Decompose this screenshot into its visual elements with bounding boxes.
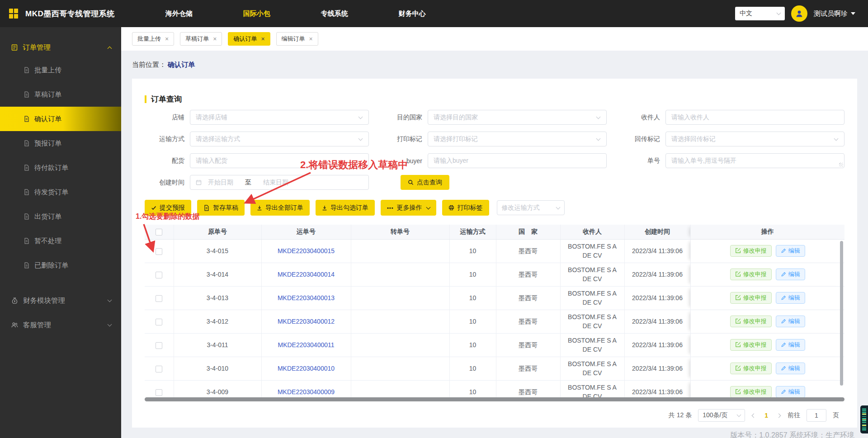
sidebar-item-2[interactable]: 草稿订单: [0, 82, 121, 107]
toolbar-button-3[interactable]: 导出全部订单: [250, 200, 310, 216]
order-list-icon: [11, 44, 18, 51]
edit-button[interactable]: 编辑: [776, 386, 805, 397]
buyer-input[interactable]: 请输入buyer: [428, 153, 607, 168]
tracking-no-link[interactable]: MKDE22030400012: [278, 318, 335, 325]
order-no-textarea[interactable]: 请输入单号,用逗号隔开: [665, 153, 844, 168]
end-date-input[interactable]: 结束日期: [263, 179, 363, 187]
nav-item-2[interactable]: 国际小包: [243, 9, 270, 18]
edit-button[interactable]: 编辑: [776, 268, 805, 280]
tab-3[interactable]: 确认订单×: [228, 32, 270, 46]
goto-page-input[interactable]: [807, 409, 826, 422]
row-checkbox[interactable]: [156, 342, 162, 349]
modify-declare-button[interactable]: 修改申报: [730, 363, 772, 374]
sidebar-group-order-management[interactable]: 订单管理: [0, 37, 121, 58]
edit-button[interactable]: 编辑: [776, 245, 805, 257]
sidebar-item-label: 草稿订单: [34, 90, 61, 99]
receiver-input[interactable]: 请输入收件人: [665, 110, 844, 125]
edit-button[interactable]: 编辑: [776, 363, 805, 374]
toolbar: 提交预报暂存草稿导出全部订单导出勾选订单•••更多操作打印标签 修改运输方式: [145, 200, 844, 216]
sidebar-item-label: 出货订单: [34, 212, 61, 221]
modify-declare-button[interactable]: 修改申报: [730, 386, 772, 397]
placeholder-text: 请输入buyer: [434, 157, 601, 165]
row-select-cell: [145, 357, 174, 380]
row-checkbox[interactable]: [156, 272, 162, 278]
nav-item-1[interactable]: 海外仓储: [165, 9, 193, 18]
start-date-input[interactable]: 开始日期: [208, 179, 233, 187]
modify-declare-button[interactable]: 修改申报: [730, 292, 772, 304]
toolbar-button-5[interactable]: •••更多操作: [381, 200, 436, 216]
app-logo-grid-icon[interactable]: [9, 9, 18, 19]
edit-button[interactable]: 编辑: [776, 339, 805, 351]
sidebar-item-9[interactable]: 已删除订单: [0, 253, 121, 278]
sidebar-item-6[interactable]: 待发货订单: [0, 180, 121, 204]
modify-declare-button[interactable]: 修改申报: [730, 268, 772, 280]
sidebar-group-3[interactable]: 客服管理: [0, 313, 121, 337]
shop-select[interactable]: 请选择店铺: [190, 110, 369, 125]
edit-button[interactable]: 编辑: [776, 292, 805, 304]
next-page-button[interactable]: [776, 414, 781, 417]
modify-declare-button[interactable]: 修改申报: [730, 316, 772, 327]
tracking-no-link[interactable]: MKDE22030400014: [278, 271, 335, 278]
row-checkbox[interactable]: [156, 389, 162, 396]
user-menu[interactable]: 测试员啊珍: [814, 9, 855, 18]
nav-item-3[interactable]: 专线系统: [321, 9, 348, 18]
resize-handle-icon[interactable]: [839, 163, 843, 167]
tab-2[interactable]: 草稿订单×: [180, 32, 222, 46]
edit-square-icon: [735, 271, 741, 277]
sidebar-item-label: 待发货订单: [34, 188, 68, 197]
print-mark-select[interactable]: 请选择打印标记: [428, 132, 607, 146]
prev-page-button[interactable]: [751, 414, 756, 417]
close-icon[interactable]: ×: [165, 36, 169, 42]
select-all-checkbox[interactable]: [156, 229, 162, 235]
sidebar-item-8[interactable]: 暂不处理: [0, 229, 121, 253]
avatar[interactable]: [791, 5, 807, 22]
pen-icon: [781, 389, 786, 395]
sidebar-item-4[interactable]: 预报订单: [0, 131, 121, 155]
transport-mode-cell: 10: [449, 310, 496, 333]
row-checkbox[interactable]: [156, 366, 162, 372]
language-select[interactable]: 中文: [735, 7, 785, 20]
search-button[interactable]: 点击查询: [401, 175, 449, 190]
toolbar-button-6[interactable]: 打印标签: [442, 200, 489, 216]
modify-declare-button[interactable]: 修改申报: [730, 339, 772, 351]
horizontal-scrollbar[interactable]: [145, 397, 844, 401]
created-time-range-picker[interactable]: 开始日期 至 结束日期: [190, 175, 369, 190]
row-checkbox[interactable]: [156, 295, 162, 302]
floating-widget[interactable]: [860, 405, 868, 433]
pen-icon: [781, 272, 786, 277]
sidebar-item-3[interactable]: 确认订单: [0, 107, 121, 131]
row-checkbox[interactable]: [156, 319, 162, 325]
close-icon[interactable]: ×: [309, 36, 313, 42]
toolbar-button-2[interactable]: 暂存草稿: [197, 200, 245, 216]
sidebar-group-2[interactable]: 财务模块管理: [0, 288, 121, 313]
current-page[interactable]: 1: [763, 412, 770, 419]
transfer-no-cell: [351, 310, 449, 333]
tabs-bar: 批量上传×草稿订单×确认订单×编辑订单×: [121, 27, 868, 51]
close-icon[interactable]: ×: [213, 36, 217, 42]
vertical-scrollbar[interactable]: [840, 241, 843, 386]
modify-declare-button[interactable]: 修改申报: [730, 245, 772, 257]
dest-country-select[interactable]: 请选择目的国家: [428, 110, 607, 125]
transport-mode-select[interactable]: 请选择运输方式: [190, 132, 369, 146]
row-checkbox[interactable]: [156, 248, 162, 255]
tracking-no-cell: MKDE22030400014: [261, 263, 351, 286]
close-icon[interactable]: ×: [261, 36, 264, 42]
sidebar-item-7[interactable]: 出货订单: [0, 204, 121, 229]
tracking-no-link[interactable]: MKDE22030400013: [278, 294, 335, 301]
page-size-select[interactable]: 100条/页: [698, 409, 745, 422]
tracking-no-link[interactable]: MKDE22030400015: [278, 247, 335, 254]
tracking-no-link[interactable]: MKDE22030400010: [278, 365, 335, 372]
tracking-no-link[interactable]: MKDE22030400011: [278, 341, 334, 349]
edit-button[interactable]: 编辑: [776, 316, 805, 327]
action-label: 编辑: [788, 294, 800, 302]
nav-item-4[interactable]: 财务中心: [399, 9, 426, 18]
sidebar-item-5[interactable]: 待付款订单: [0, 155, 121, 180]
modify-transport-select[interactable]: 修改运输方式: [497, 200, 565, 215]
tracking-no-link[interactable]: MKDE22030400009: [278, 388, 335, 396]
tab-4[interactable]: 编辑订单×: [276, 32, 318, 46]
toolbar-button-4[interactable]: 导出勾选订单: [316, 200, 375, 216]
tab-1[interactable]: 批量上传×: [132, 32, 174, 46]
print-mark-select-label: 打印标记: [382, 135, 428, 143]
sidebar-item-1[interactable]: 批量上传: [0, 58, 121, 82]
return-mark-select[interactable]: 请选择回传标记: [665, 132, 844, 146]
